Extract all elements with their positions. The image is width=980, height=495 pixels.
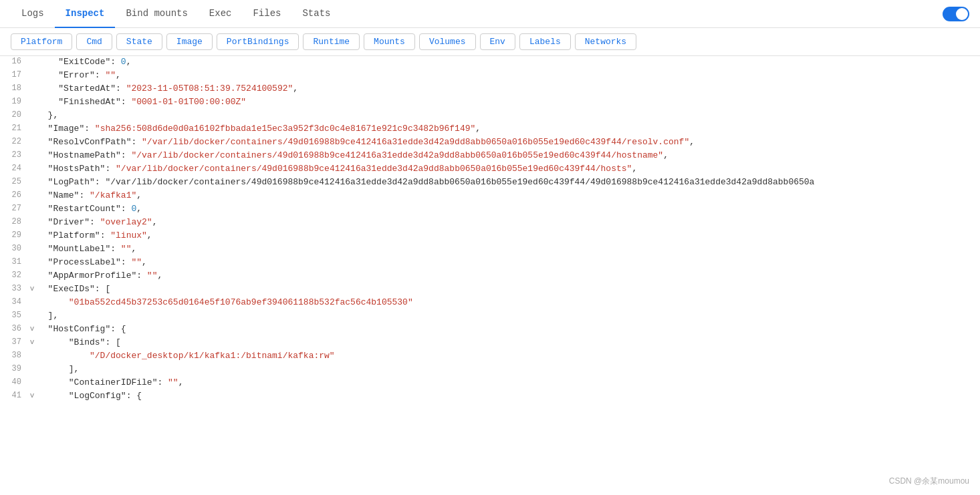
code-line: 37v "Binds": [ (0, 337, 980, 350)
line-number: 37 (0, 337, 27, 347)
line-toggle (27, 363, 37, 365)
line-toggle (27, 150, 37, 151)
code-line: 18 "StartedAt": "2023-11-05T08:51:39.752… (0, 83, 980, 96)
line-number: 29 (0, 230, 27, 240)
line-toggle (27, 190, 37, 191)
code-line: 16 "ExitCode": 0, (0, 56, 980, 69)
line-content: "01ba552cd45b37253c65d0164e5f1076ab9ef39… (37, 297, 980, 308)
line-number: 35 (0, 310, 27, 321)
code-line: 23 "HostnamePath": "/var/lib/docker/cont… (0, 150, 980, 163)
line-content: "HostConfig": { (37, 323, 980, 335)
line-content: "ExitCode": 0, (37, 56, 980, 67)
line-toggle[interactable]: v (27, 337, 37, 346)
line-toggle (27, 69, 37, 71)
line-toggle[interactable]: v (27, 390, 37, 399)
filter-btn-runtime[interactable]: Runtime (303, 33, 360, 50)
tab-logs[interactable]: Logs (11, 0, 55, 28)
tab-files[interactable]: Files (242, 0, 291, 28)
line-content: "StartedAt": "2023-11-05T08:51:39.752410… (37, 83, 980, 94)
line-content: "Binds": [ (37, 337, 980, 348)
line-toggle[interactable]: v (27, 323, 37, 333)
line-content: ], (37, 363, 980, 375)
tab-stats[interactable]: Stats (291, 0, 341, 28)
line-content: ], (37, 310, 980, 321)
line-content: "FinishedAt": "0001-01-01T00:00:00Z" (37, 96, 980, 108)
filter-btn-portbindings[interactable]: PortBindings (217, 33, 299, 50)
line-toggle (27, 110, 37, 111)
watermark: CSDN @余某moumou (889, 476, 969, 487)
line-toggle[interactable]: v (27, 283, 37, 293)
tab-exec[interactable]: Exec (199, 0, 243, 28)
line-number: 40 (0, 377, 27, 387)
line-toggle (27, 163, 37, 164)
code-line: 38 "/D/docker_desktop/k1/kafka1:/bitnami… (0, 350, 980, 363)
line-number: 30 (0, 243, 27, 254)
line-content: "/D/docker_desktop/k1/kafka1:/bitnami/ka… (37, 350, 980, 361)
code-line: 28 "Driver": "overlay2", (0, 216, 980, 230)
line-number: 24 (0, 163, 27, 174)
line-toggle (27, 243, 37, 244)
line-toggle (27, 377, 37, 378)
code-line: 17 "Error": "", (0, 69, 980, 83)
filter-btn-state[interactable]: State (116, 33, 162, 50)
tab-inspect[interactable]: Inspect (55, 0, 116, 28)
line-number: 31 (0, 257, 27, 267)
code-line: 31 "ProcessLabel": "", (0, 257, 980, 270)
code-line: 29 "Platform": "linux", (0, 230, 980, 243)
line-content: "LogPath": "/var/lib/docker/containers/4… (37, 176, 980, 188)
code-line: 19 "FinishedAt": "0001-01-01T00:00:00Z" (0, 96, 980, 110)
toggle-switch[interactable] (943, 7, 969, 21)
line-toggle (27, 230, 37, 231)
line-number: 33 (0, 283, 27, 294)
filter-btn-volumes[interactable]: Volumes (419, 33, 476, 50)
code-line: 32 "AppArmorProfile": "", (0, 270, 980, 283)
line-number: 38 (0, 350, 27, 361)
filter-btn-labels[interactable]: Labels (519, 33, 571, 50)
code-line: 25 "LogPath": "/var/lib/docker/container… (0, 176, 980, 190)
line-content: "ResolvConfPath": "/var/lib/docker/conta… (37, 136, 980, 148)
line-number: 16 (0, 56, 27, 67)
line-content: "Platform": "linux", (37, 230, 980, 241)
line-content: }, (37, 110, 980, 121)
filter-btn-platform[interactable]: Platform (11, 33, 72, 50)
filter-btn-mounts[interactable]: Mounts (364, 33, 415, 50)
line-number: 23 (0, 150, 27, 160)
line-number: 26 (0, 190, 27, 200)
line-content: "Error": "", (37, 69, 980, 81)
line-content: "ProcessLabel": "", (37, 257, 980, 268)
line-toggle (27, 216, 37, 218)
line-number: 41 (0, 390, 27, 401)
line-number: 28 (0, 216, 27, 227)
line-number: 21 (0, 123, 27, 134)
code-line: 36v "HostConfig": { (0, 323, 980, 337)
code-line: 35 ], (0, 310, 980, 323)
filter-btn-image[interactable]: Image (166, 33, 213, 50)
line-number: 36 (0, 323, 27, 334)
code-line: 22 "ResolvConfPath": "/var/lib/docker/co… (0, 136, 980, 150)
line-toggle (27, 203, 37, 204)
code-line: 33v "ExecIDs": [ (0, 283, 980, 297)
line-number: 39 (0, 363, 27, 374)
line-content: "HostsPath": "/var/lib/docker/containers… (37, 163, 980, 174)
filter-btn-networks[interactable]: Networks (575, 33, 636, 50)
filter-btn-cmd[interactable]: Cmd (76, 33, 112, 50)
line-content: "Name": "/kafka1", (37, 190, 980, 201)
line-content: "Image": "sha256:508d6de0d0a16102fbbada1… (37, 123, 980, 134)
code-line: 24 "HostsPath": "/var/lib/docker/contain… (0, 163, 980, 176)
line-toggle (27, 310, 37, 311)
line-content: "Driver": "overlay2", (37, 216, 980, 228)
tab-bind-mounts[interactable]: Bind mounts (115, 0, 198, 28)
line-number: 27 (0, 203, 27, 214)
code-line: 34 "01ba552cd45b37253c65d0164e5f1076ab9e… (0, 297, 980, 310)
line-number: 19 (0, 96, 27, 107)
line-content: "LogConfig": { (37, 390, 980, 401)
line-number: 22 (0, 136, 27, 147)
line-number: 18 (0, 83, 27, 94)
line-content: "MountLabel": "", (37, 243, 980, 255)
toggle-track[interactable] (943, 7, 969, 21)
code-line: 20 }, (0, 110, 980, 123)
line-toggle (27, 96, 37, 98)
filter-btn-env[interactable]: Env (480, 33, 515, 50)
line-toggle (27, 123, 37, 124)
line-toggle (27, 83, 37, 84)
